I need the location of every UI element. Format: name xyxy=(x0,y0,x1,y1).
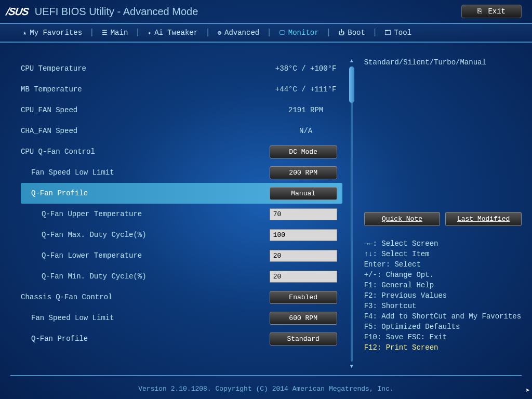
label-upper-temp: Q-Fan Upper Temperature xyxy=(21,210,270,218)
hint-f1: F1: General Help xyxy=(364,280,522,290)
label-chassis-qfan: Chassis Q-Fan Control xyxy=(21,293,270,301)
exit-button[interactable]: ⎘ Exit xyxy=(461,5,522,18)
tool-icon: 🗔 xyxy=(384,29,391,37)
quick-note-button[interactable]: Quick Note xyxy=(364,212,441,226)
help-text: Standard/Silent/Turbo/Manual xyxy=(364,58,522,66)
hint-change-opt: +/-: Change Opt. xyxy=(364,270,522,280)
row-max-duty[interactable]: Q-Fan Max. Duty Cycle(%) xyxy=(21,224,342,245)
power-icon: ⏻ xyxy=(338,29,344,37)
hint-enter: Enter: Select xyxy=(364,259,522,270)
row-upper-temp[interactable]: Q-Fan Upper Temperature xyxy=(21,204,342,224)
value-mb-temp: +44°C / +111°F xyxy=(270,85,342,94)
scrollbar[interactable]: ▲ ▼ xyxy=(349,58,355,370)
label-lower-temp: Q-Fan Lower Temperature xyxy=(21,251,270,260)
tab-tool[interactable]: 🗔Tool xyxy=(377,24,419,42)
last-modified-button[interactable]: Last Modified xyxy=(445,212,522,226)
dropdown-cpu-qfan[interactable]: DC Mode xyxy=(270,145,337,158)
exit-icon: ⎘ xyxy=(477,7,482,16)
dropdown-fan-low1[interactable]: 200 RPM xyxy=(270,166,337,179)
tab-boot[interactable]: ⏻Boot xyxy=(331,24,373,42)
label-profile2: Q-Fan Profile xyxy=(21,335,270,343)
tab-separator: | xyxy=(373,28,378,37)
row-qfan-profile-cha[interactable]: Q-Fan Profile Standard xyxy=(21,328,342,349)
tweaker-icon: ✦ xyxy=(148,29,151,37)
row-qfan-profile-cpu[interactable]: Q-Fan Profile Manual xyxy=(21,183,342,204)
exit-label: Exit xyxy=(488,7,506,16)
advanced-icon: ⚙ xyxy=(218,29,221,37)
input-min-duty[interactable] xyxy=(270,271,337,283)
row-cpu-qfan-control[interactable]: CPU Q-Fan Control DC Mode xyxy=(21,141,342,162)
key-hints: →←: Select Screen ↑↓: Select Item Enter:… xyxy=(364,238,522,353)
row-min-duty[interactable]: Q-Fan Min. Duty Cycle(%) xyxy=(21,266,342,287)
list-icon: ☰ xyxy=(102,29,108,37)
dropdown-profile2[interactable]: Standard xyxy=(270,332,337,345)
label-cpu-fan: CPU_FAN Speed xyxy=(21,106,270,114)
side-panel: Standard/Silent/Turbo/Manual Quick Note … xyxy=(361,58,522,370)
value-cpu-temp: +38°C / +100°F xyxy=(270,64,342,73)
input-upper-temp[interactable] xyxy=(270,208,337,220)
tab-advanced[interactable]: ⚙Advanced xyxy=(210,24,267,42)
tab-separator: | xyxy=(205,28,210,37)
monitor-icon: 🖵 xyxy=(279,29,285,37)
settings-list: CPU Temperature +38°C / +100°F MB Temper… xyxy=(21,58,342,370)
row-chassis-qfan-control[interactable]: Chassis Q-Fan Control Enabled xyxy=(21,287,342,308)
tab-separator: | xyxy=(267,28,272,37)
row-cha-fan[interactable]: CHA_FAN Speed N/A xyxy=(21,121,342,141)
hint-f2: F2: Previous Values xyxy=(364,290,522,301)
scroll-up-icon[interactable]: ▲ xyxy=(349,58,355,64)
tab-monitor[interactable]: 🖵Monitor xyxy=(272,24,326,42)
side-buttons: Quick Note Last Modified xyxy=(364,212,522,226)
input-max-duty[interactable] xyxy=(270,229,337,241)
footer-divider xyxy=(10,375,522,376)
hint-f10: F10: Save ESC: Exit xyxy=(364,332,522,342)
row-cpu-fan[interactable]: CPU_FAN Speed 2191 RPM xyxy=(21,100,342,121)
input-lower-temp[interactable] xyxy=(270,250,337,262)
label-min-duty: Q-Fan Min. Duty Cycle(%) xyxy=(21,272,270,281)
asus-logo: /SUS xyxy=(5,6,30,18)
label-cha-fan: CHA_FAN Speed xyxy=(21,127,270,135)
hint-f3: F3: Shortcut xyxy=(364,301,522,311)
header-bar: /SUS UEFI BIOS Utility - Advanced Mode ⎘… xyxy=(0,0,532,23)
hint-f4: F4: Add to ShortCut and My Favorites xyxy=(364,311,522,322)
header-left: /SUS UEFI BIOS Utility - Advanced Mode xyxy=(6,6,198,18)
scroll-track[interactable] xyxy=(351,66,353,362)
label-cpu-qfan: CPU Q-Fan Control xyxy=(21,148,270,156)
label-cpu-temp: CPU Temperature xyxy=(21,64,270,73)
row-cpu-temp[interactable]: CPU Temperature +38°C / +100°F xyxy=(21,58,342,79)
tab-separator: | xyxy=(326,28,331,37)
label-fan-low1: Fan Speed Low Limit xyxy=(21,168,270,177)
main-area: CPU Temperature +38°C / +100°F MB Temper… xyxy=(0,43,532,375)
tab-favorites[interactable]: ★My Favorites xyxy=(16,24,89,42)
tab-separator: | xyxy=(135,28,140,37)
tab-separator: | xyxy=(89,28,95,37)
label-fan-low2: Fan Speed Low Limit xyxy=(21,314,270,322)
hint-select-item: ↑↓: Select Item xyxy=(364,249,522,259)
label-profile1: Q-Fan Profile xyxy=(21,189,270,197)
hint-select-screen: →←: Select Screen xyxy=(364,238,522,249)
app-title: UEFI BIOS Utility - Advanced Mode xyxy=(35,6,198,18)
label-max-duty: Q-Fan Max. Duty Cycle(%) xyxy=(21,231,270,239)
dropdown-profile1[interactable]: Manual xyxy=(270,187,337,200)
star-icon: ★ xyxy=(23,29,26,37)
tab-ai-tweaker[interactable]: ✦Ai Tweaker xyxy=(140,24,205,42)
label-mb-temp: MB Temperature xyxy=(21,85,270,94)
hint-f12: F12: Print Screen xyxy=(364,342,522,353)
value-cha-fan: N/A xyxy=(270,127,342,135)
tab-main[interactable]: ☰Main xyxy=(95,24,136,42)
dropdown-fan-low2[interactable]: 600 RPM xyxy=(270,312,337,325)
value-cpu-fan: 2191 RPM xyxy=(270,106,342,114)
row-lower-temp[interactable]: Q-Fan Lower Temperature xyxy=(21,245,342,266)
scroll-thumb[interactable] xyxy=(349,66,354,103)
dropdown-chassis-qfan[interactable]: Enabled xyxy=(270,291,337,304)
row-fan-low-limit-cha[interactable]: Fan Speed Low Limit 600 RPM xyxy=(21,308,342,328)
cursor-icon: ➤ xyxy=(526,386,530,395)
tab-bar: ★My Favorites | ☰Main | ✦Ai Tweaker | ⚙A… xyxy=(0,23,532,43)
row-mb-temp[interactable]: MB Temperature +44°C / +111°F xyxy=(21,79,342,100)
footer-text: Version 2.10.1208. Copyright (C) 2014 Am… xyxy=(0,385,532,393)
hint-f5: F5: Optimized Defaults xyxy=(364,322,522,332)
row-fan-low-limit-cpu[interactable]: Fan Speed Low Limit 200 RPM xyxy=(21,162,342,183)
scroll-down-icon[interactable]: ▼ xyxy=(349,364,355,370)
